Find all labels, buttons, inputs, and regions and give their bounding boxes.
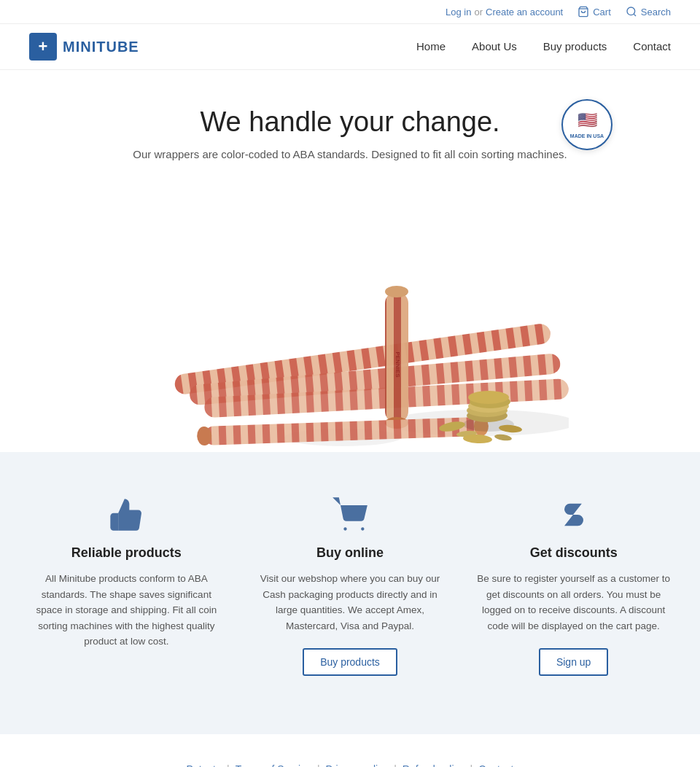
feature-buy-online-title: Buy online xyxy=(253,545,448,561)
features-grid: Reliable products All Minitube products … xyxy=(29,496,671,676)
nav-links: Home About Us Buy products Contact xyxy=(416,40,671,53)
logo-area[interactable]: + MINITUBE xyxy=(29,33,139,61)
or-separator: or xyxy=(474,7,483,17)
thumbs-up-icon xyxy=(29,496,224,534)
footer-sep-4: | xyxy=(470,763,473,767)
features-section: Reliable products All Minitube products … xyxy=(0,452,700,734)
hero-image: PENNIES xyxy=(131,175,569,452)
logo-icon: + xyxy=(29,33,57,61)
search-button[interactable]: Search xyxy=(626,6,671,17)
create-account-link[interactable]: Create an account xyxy=(486,7,563,17)
feature-buy-online-desc: Visit our webshop where you can buy our … xyxy=(253,571,448,634)
made-in-usa-text: MADE IN USA xyxy=(570,133,604,139)
cart-label: Cart xyxy=(593,7,611,17)
svg-point-39 xyxy=(361,527,364,530)
nav-contact[interactable]: Contact xyxy=(633,40,671,52)
svg-line-2 xyxy=(634,14,636,16)
search-label: Search xyxy=(641,7,671,17)
cart-icon xyxy=(578,6,589,17)
svg-text:PENNIES: PENNIES xyxy=(394,351,401,378)
shopping-cart-icon xyxy=(253,496,448,534)
feature-discounts: Get discounts Be sure to register yourse… xyxy=(476,496,671,676)
feature-reliable-title: Reliable products xyxy=(29,545,224,561)
nav-buy[interactable]: Buy products xyxy=(543,40,607,52)
footer: Patents | Terms of Service | Privacy pol… xyxy=(0,734,700,767)
made-in-usa-badge-container: 🇺🇸 MADE IN USA xyxy=(561,99,612,150)
logo-text: MINITUBE xyxy=(63,39,139,55)
cart-button[interactable]: Cart xyxy=(578,6,611,17)
footer-refund[interactable]: Refund policy xyxy=(402,763,464,767)
feature-discounts-title: Get discounts xyxy=(476,545,671,561)
hero-section: 🇺🇸 MADE IN USA We handle your change. Ou… xyxy=(0,70,700,452)
top-bar: Log in or Create an account Cart Search xyxy=(0,0,700,24)
search-icon xyxy=(626,6,637,17)
svg-point-27 xyxy=(468,391,509,404)
footer-patents[interactable]: Patents xyxy=(187,763,221,767)
made-in-usa-badge: 🇺🇸 MADE IN USA xyxy=(561,99,612,150)
nav-home[interactable]: Home xyxy=(416,40,446,52)
flag-emoji: 🇺🇸 xyxy=(578,110,597,131)
footer-sep-3: | xyxy=(394,763,397,767)
main-nav: + MINITUBE Home About Us Buy products Co… xyxy=(0,24,700,70)
feature-discounts-desc: Be sure to register yourself as a custom… xyxy=(476,571,671,634)
sign-up-button[interactable]: Sign up xyxy=(539,648,608,676)
dollar-icon xyxy=(476,496,671,534)
svg-text:+: + xyxy=(39,37,48,55)
nav-about[interactable]: About Us xyxy=(472,40,517,52)
footer-privacy[interactable]: Privacy policy xyxy=(326,763,389,767)
footer-sep-2: | xyxy=(317,763,320,767)
svg-point-17 xyxy=(385,286,408,297)
svg-point-38 xyxy=(343,527,346,530)
feature-buy-online: Buy online Visit our webshop where you c… xyxy=(253,496,448,676)
feature-reliable: Reliable products All Minitube products … xyxy=(29,496,224,676)
footer-contact[interactable]: Contact xyxy=(478,763,513,767)
footer-links: Patents | Terms of Service | Privacy pol… xyxy=(15,763,685,767)
svg-point-1 xyxy=(627,7,635,15)
buy-products-button[interactable]: Buy products xyxy=(303,648,397,676)
footer-tos[interactable]: Terms of Service xyxy=(236,763,311,767)
login-link[interactable]: Log in xyxy=(446,7,471,17)
footer-sep-1: | xyxy=(227,763,230,767)
feature-reliable-desc: All Minitube products conform to ABA sta… xyxy=(29,571,224,650)
